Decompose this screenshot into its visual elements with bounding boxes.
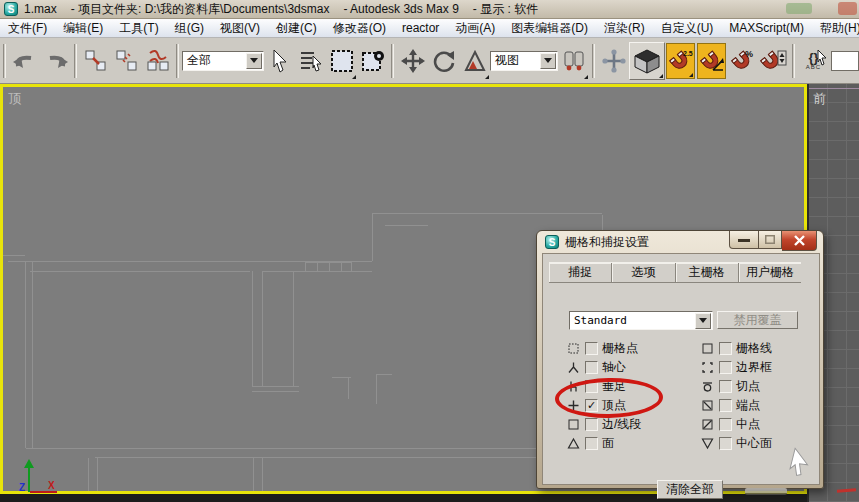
close-button[interactable]	[782, 231, 817, 251]
plan-line	[252, 386, 299, 387]
flyout-indicator	[659, 74, 663, 78]
viewport-front-label[interactable]: 前	[813, 90, 826, 108]
plan-line	[252, 391, 299, 392]
use-pivot-center-button[interactable]	[558, 42, 589, 80]
menu-reactor[interactable]: reactor	[394, 21, 447, 35]
plan-line	[3, 255, 25, 256]
grid-lines-checkbox[interactable]	[719, 342, 732, 355]
redo-button[interactable]	[40, 42, 71, 80]
tab-snaps[interactable]: 捕捉	[549, 263, 612, 282]
tab-home-grid[interactable]: 主栅格	[676, 263, 739, 282]
dropdown-arrow-icon[interactable]	[695, 313, 711, 329]
vertex-label: 顶点	[602, 397, 626, 414]
menu-rendering[interactable]: 渲染(R)	[596, 20, 653, 37]
menu-views[interactable]: 视图(V)	[212, 20, 268, 37]
perpendicular-checkbox[interactable]	[585, 380, 598, 393]
vertex-checkbox[interactable]: ✓	[585, 399, 598, 412]
spinner-snap-toggle-button[interactable]	[758, 42, 789, 80]
select-and-rotate-button[interactable]	[428, 42, 459, 80]
menu-customize[interactable]: 自定义(U)	[653, 20, 722, 37]
redo-icon	[43, 50, 69, 72]
bind-to-space-warp-button[interactable]	[142, 42, 173, 80]
snap-row-grid-points: 栅格点	[567, 340, 638, 356]
toolbar-handle[interactable]	[3, 44, 6, 78]
endpoint-checkbox[interactable]	[719, 399, 732, 412]
snap-preset-dropdown[interactable]: Standard	[569, 311, 713, 330]
clear-all-button[interactable]: 清除全部	[657, 480, 723, 499]
menu-create[interactable]: 创建(C)	[268, 20, 325, 37]
named-selection-cursor-icon	[816, 50, 828, 66]
grid-point-icon	[567, 342, 582, 355]
minimize-button[interactable]	[729, 231, 759, 249]
reference-coordinate-dropdown[interactable]: 视图	[490, 51, 558, 71]
midpoint-icon	[701, 418, 716, 431]
menu-maxscript[interactable]: MAXScript(M)	[721, 21, 812, 35]
link-icon	[84, 49, 108, 73]
select-object-button[interactable]	[264, 42, 295, 80]
grid-points-checkbox[interactable]	[585, 342, 598, 355]
midpoint-checkbox[interactable]	[719, 418, 732, 431]
grid-points-label: 栅格点	[602, 340, 638, 357]
menu-edit[interactable]: 编辑(E)	[55, 20, 111, 37]
tangent-checkbox[interactable]	[719, 380, 732, 393]
select-and-manipulate-button[interactable]	[598, 42, 629, 80]
bounding-box-checkbox[interactable]	[719, 361, 732, 374]
menu-modifiers[interactable]: 修改器(O)	[325, 20, 394, 37]
tangent-icon	[701, 380, 716, 393]
dropdown-arrow-icon[interactable]	[246, 53, 262, 69]
menu-tools[interactable]: 工具(T)	[111, 20, 166, 37]
toolbar-separator	[176, 44, 179, 78]
percent-snap-toggle-button[interactable]: %	[727, 42, 758, 80]
undo-button[interactable]	[9, 42, 40, 80]
unlink-icon	[115, 49, 139, 73]
front-grid-origin-line	[809, 88, 859, 89]
titlebar-artifact-green	[786, 3, 812, 14]
snap-row-midpoint: 中点	[701, 416, 760, 432]
menu-help[interactable]: 帮助(H)	[812, 20, 859, 37]
dropdown-arrow-icon[interactable]	[540, 53, 556, 69]
edge-checkbox[interactable]	[585, 418, 598, 431]
snap-row-perpendicular: 垂足	[567, 378, 626, 394]
menu-group[interactable]: 组(G)	[167, 20, 212, 37]
unlink-selection-button[interactable]	[111, 42, 142, 80]
face-checkbox[interactable]	[585, 437, 598, 450]
named-selection-field[interactable]	[831, 51, 859, 71]
app-title-display-mode: - 显示 : 软件	[473, 1, 538, 18]
snap-row-grid-lines: 栅格线	[701, 340, 772, 356]
window-crossing-button[interactable]	[357, 42, 388, 80]
viewport-top-label[interactable]: 顶	[8, 90, 21, 108]
menu-graph-editors[interactable]: 图表编辑器(D)	[503, 20, 596, 37]
snap-row-endpoint: 端点	[701, 397, 760, 413]
rectangular-selection-region-button[interactable]	[326, 42, 357, 80]
menu-file[interactable]: 文件(F)	[0, 20, 55, 37]
selection-filter-dropdown[interactable]: 全部	[182, 51, 264, 71]
select-and-move-button[interactable]	[397, 42, 428, 80]
plan-line	[376, 374, 377, 404]
angle-snap-toggle-button[interactable]	[697, 43, 726, 79]
menu-animation[interactable]: 动画(A)	[447, 20, 503, 37]
edge-icon	[567, 418, 582, 431]
tab-user-grids[interactable]: 用户栅格	[739, 263, 801, 282]
override-off-button[interactable]: 禁用覆盖	[717, 311, 798, 329]
center-face-checkbox[interactable]	[719, 437, 732, 450]
pivot-checkbox[interactable]	[585, 361, 598, 374]
plan-line	[88, 458, 89, 491]
axis-y-line	[28, 462, 30, 492]
app-title-project-path: - 项目文件夹: D:\我的资料库\Documents\3dsmax	[71, 1, 330, 18]
flyout-indicator	[485, 75, 489, 79]
dialog-3dsmax-icon: S	[545, 235, 559, 249]
snap-toggle-button[interactable]: 2.5	[666, 43, 695, 79]
select-by-name-button[interactable]	[295, 42, 326, 80]
select-and-link-button[interactable]	[80, 42, 111, 80]
select-and-scale-button[interactable]	[459, 42, 490, 80]
plan-line	[329, 262, 330, 272]
keyboard-override-toggle-button[interactable]	[629, 42, 665, 80]
snap-row-center-face: 中心面	[701, 435, 772, 451]
tab-options[interactable]: 选项	[612, 263, 675, 282]
scale-icon	[464, 50, 486, 72]
app-titlebar[interactable]: S 1.max - 项目文件夹: D:\我的资料库\Documents\3dsm…	[0, 0, 859, 19]
smudged-artifact	[745, 488, 787, 495]
plan-line	[30, 271, 250, 272]
edit-named-selections-button[interactable]: {} ABC	[798, 42, 829, 80]
maximize-button[interactable]	[759, 231, 782, 249]
